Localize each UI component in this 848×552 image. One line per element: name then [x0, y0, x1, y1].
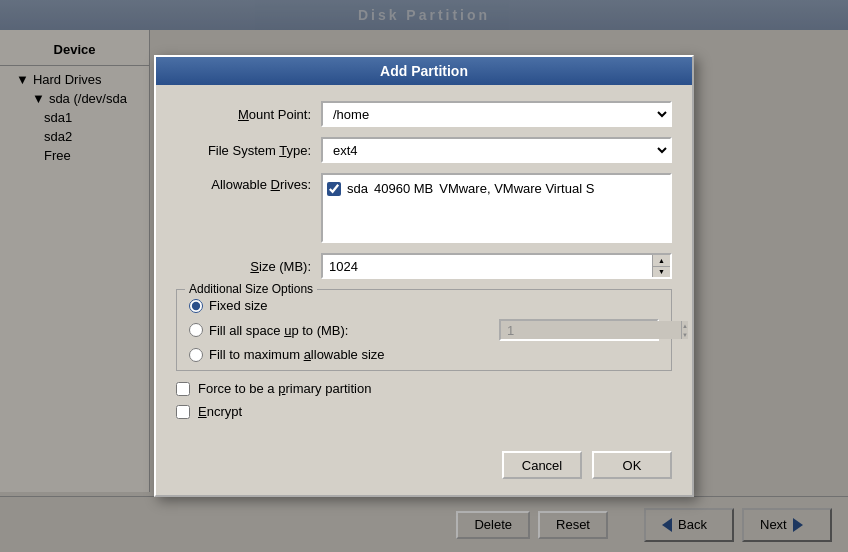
drive-size: 40960 MB [374, 181, 433, 196]
radio-fixed-label: Fixed size [209, 298, 268, 313]
radio-fill-max: Fill to maximum allowable size [189, 347, 659, 362]
ok-button[interactable]: OK [592, 451, 672, 479]
fs-type-select[interactable]: ext4 ext3 ext2 xfs btrfs swap [323, 139, 670, 161]
encrypt-label: Encrypt [198, 404, 242, 419]
radio-fill-up-input[interactable] [189, 323, 203, 337]
dialog-footer: Cancel OK [156, 443, 692, 495]
fill-up-spinbox-wrap: ▲ ▼ [499, 319, 659, 341]
mount-point-row: Mount Point: /home / /boot /var /tmp [176, 101, 672, 127]
drives-area: sda 40960 MB VMware, VMware Virtual S [321, 173, 672, 243]
add-partition-dialog: Add Partition Mount Point: /home / /boot… [154, 55, 694, 497]
drive-description: VMware, VMware Virtual S [439, 181, 594, 196]
dialog-body: Mount Point: /home / /boot /var /tmp Fil… [156, 85, 692, 443]
size-label: Size (MB): [176, 259, 321, 274]
radio-fill-max-label: Fill to maximum allowable size [209, 347, 385, 362]
fill-up-spin-buttons: ▲ ▼ [681, 321, 688, 339]
modal-overlay: Add Partition Mount Point: /home / /boot… [0, 0, 848, 552]
fill-up-input [501, 321, 681, 339]
fs-type-row: File System Type: ext4 ext3 ext2 xfs btr… [176, 137, 672, 163]
additional-size-options-group: Additional Size Options Fixed size Fill … [176, 289, 672, 371]
size-row: Size (MB): ▲ ▼ [176, 253, 672, 279]
size-spin-down[interactable]: ▼ [653, 267, 670, 278]
fs-type-label: File System Type: [176, 143, 321, 158]
size-spin-buttons: ▲ ▼ [652, 255, 670, 277]
drive-entry: sda 40960 MB VMware, VMware Virtual S [327, 179, 666, 198]
allowable-drives-label: Allowable Drives: [176, 173, 321, 192]
fs-type-select-wrap: ext4 ext3 ext2 xfs btrfs swap [321, 137, 672, 163]
size-spin-up[interactable]: ▲ [653, 255, 670, 267]
size-spinbox-wrap: ▲ ▼ [321, 253, 672, 279]
radio-fixed[interactable] [189, 299, 203, 313]
mount-point-select-wrap: /home / /boot /var /tmp [321, 101, 672, 127]
force-primary-row: Force to be a primary partition [176, 381, 672, 396]
radio-fill-max-input[interactable] [189, 348, 203, 362]
group-legend: Additional Size Options [185, 282, 317, 296]
dialog-title: Add Partition [156, 57, 692, 85]
force-primary-label: Force to be a primary partition [198, 381, 371, 396]
cancel-button[interactable]: Cancel [502, 451, 582, 479]
encrypt-checkbox[interactable] [176, 405, 190, 419]
drive-checkbox[interactable] [327, 182, 341, 196]
encrypt-row: Encrypt [176, 404, 672, 419]
force-primary-checkbox[interactable] [176, 382, 190, 396]
allowable-drives-row: Allowable Drives: sda 40960 MB VMware, V… [176, 173, 672, 243]
radio-fill-up: Fill all space up to (MB): ▲ ▼ [189, 319, 659, 341]
fill-up-spin-up: ▲ [682, 321, 688, 330]
fill-up-spin-down: ▼ [682, 330, 688, 339]
radio-fixed-size: Fixed size [189, 298, 659, 313]
mount-point-select[interactable]: /home / /boot /var /tmp [323, 103, 670, 125]
radio-fill-up-label: Fill all space up to (MB): [209, 323, 348, 338]
size-input[interactable] [323, 255, 652, 277]
mount-point-label: Mount Point: [176, 107, 321, 122]
drive-name: sda [347, 181, 368, 196]
